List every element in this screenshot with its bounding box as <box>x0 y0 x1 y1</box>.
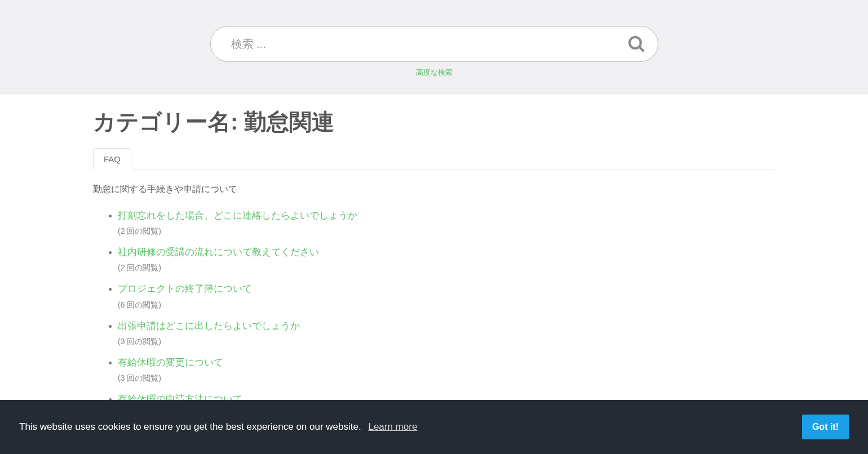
list-item: プロジェクトの終了簿について(6 回の閲覧) <box>118 281 775 310</box>
faq-link[interactable]: 有給休暇の変更について <box>118 357 223 368</box>
list-item: 打刻忘れをした場合、どこに連絡したらよいでしょうか(2 回の閲覧) <box>118 208 775 237</box>
cookie-banner: This website uses cookies to ensure you … <box>0 400 868 451</box>
faq-view-count: (3 回の閲覧) <box>118 373 775 384</box>
list-item: 有給休暇の変更について(3 回の閲覧) <box>118 355 775 384</box>
cookie-message: This website uses cookies to ensure you … <box>19 421 361 432</box>
faq-view-count: (2 回の閲覧) <box>118 263 775 273</box>
search-wrap <box>210 26 658 62</box>
category-description: 勤怠に関する手続きや申請について <box>93 184 775 195</box>
faq-view-count: (3 回の閲覧) <box>118 337 775 347</box>
faq-list: 打刻忘れをした場合、どこに連絡したらよいでしょうか(2 回の閲覧)社内研修の受講… <box>93 208 775 420</box>
content: カテゴリー名: 勤怠関連 FAQ 勤怠に関する手続きや申請について 打刻忘れをし… <box>93 94 775 451</box>
faq-view-count: (2 回の閲覧) <box>118 226 775 237</box>
search-input[interactable] <box>210 26 658 62</box>
advanced-search-link[interactable]: 高度な検索 <box>416 68 453 78</box>
faq-link[interactable]: 打刻忘れをした場合、どこに連絡したらよいでしょうか <box>118 210 357 221</box>
tabs: FAQ <box>93 148 775 170</box>
faq-view-count: (6 回の閲覧) <box>118 300 775 310</box>
list-item: 社内研修の受講の流れについて教えてください(2 回の閲覧) <box>118 244 775 273</box>
cookie-text: This website uses cookies to ensure you … <box>19 421 802 433</box>
cookie-learn-more-link[interactable]: Learn more <box>368 421 417 432</box>
faq-link[interactable]: 社内研修の受講の流れについて教えてください <box>118 247 319 257</box>
tab-faq[interactable]: FAQ <box>93 148 131 170</box>
cookie-dismiss-button[interactable]: Got it! <box>802 415 849 439</box>
list-item: 出張申請はどこに出したらよいでしょうか(3 回の閲覧) <box>118 318 775 347</box>
faq-link[interactable]: 出張申請はどこに出したらよいでしょうか <box>118 321 300 331</box>
search-section: 高度な検索 <box>0 0 868 94</box>
faq-link[interactable]: プロジェクトの終了簿について <box>118 283 252 294</box>
page-title: カテゴリー名: 勤怠関連 <box>93 106 775 137</box>
